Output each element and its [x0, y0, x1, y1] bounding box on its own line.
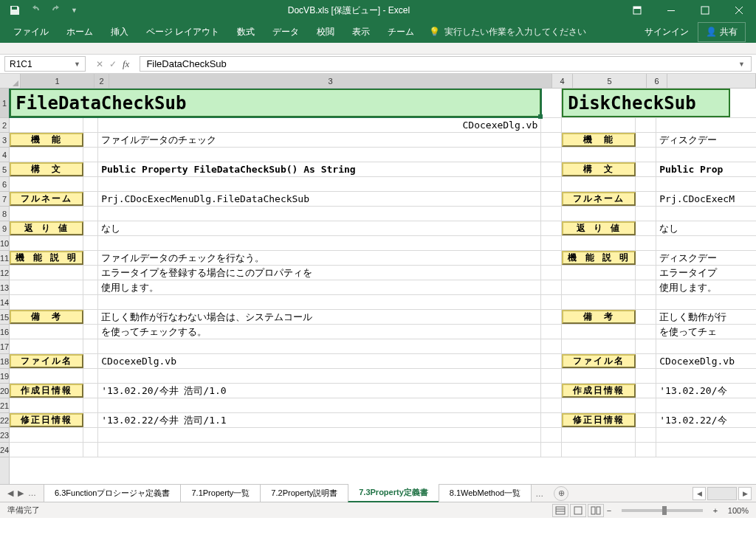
- cell[interactable]: [636, 236, 656, 250]
- cell[interactable]: [98, 177, 541, 191]
- cell[interactable]: [83, 384, 98, 398]
- tab-data[interactable]: データ: [264, 21, 308, 43]
- sheet-tab[interactable]: 6.3Functionプロシージャ定義書: [44, 485, 181, 502]
- cell[interactable]: [10, 443, 83, 457]
- cell[interactable]: [10, 295, 83, 309]
- cell[interactable]: [83, 325, 98, 339]
- cells-area[interactable]: FileDataCheckSub DiskCheckSub CDocexeDlg…: [10, 89, 756, 484]
- cell[interactable]: Public Prop: [656, 162, 756, 176]
- cell[interactable]: [636, 177, 656, 191]
- cell[interactable]: エラータイプを登録する場合にこのプロパティを: [98, 266, 541, 280]
- col-header[interactable]: 2: [94, 74, 109, 88]
- signin-link[interactable]: サインイン: [636, 26, 698, 38]
- cell[interactable]: [10, 177, 83, 191]
- cell-label[interactable]: 構 文: [562, 162, 636, 176]
- sheet-tab[interactable]: 8.1WebMethod一覧: [439, 485, 532, 502]
- cell[interactable]: '13.02.22/今井 浩司/1.1: [98, 413, 541, 427]
- cell[interactable]: 正しく動作が行なわない場合は、システムコール: [98, 310, 541, 324]
- cell[interactable]: [562, 266, 636, 280]
- col-header[interactable]: 1: [21, 74, 94, 88]
- tab-file[interactable]: ファイル: [4, 21, 58, 43]
- row-header[interactable]: 10: [0, 236, 9, 251]
- row-header[interactable]: 22: [0, 413, 9, 428]
- cell[interactable]: なし: [656, 221, 756, 235]
- cell[interactable]: [83, 413, 98, 427]
- cell[interactable]: [98, 398, 541, 412]
- cell[interactable]: [636, 192, 656, 206]
- tab-formulas[interactable]: 数式: [228, 21, 264, 43]
- cell-label[interactable]: ファイル名: [562, 354, 636, 368]
- cell[interactable]: [83, 280, 98, 294]
- save-icon[interactable]: [9, 4, 21, 16]
- cell[interactable]: [541, 295, 562, 309]
- zoom-in-button[interactable]: +: [710, 506, 721, 515]
- cell[interactable]: [636, 118, 656, 132]
- tab-view[interactable]: 表示: [343, 21, 379, 43]
- cell[interactable]: [656, 295, 756, 309]
- cell[interactable]: [83, 398, 98, 412]
- zoom-slider[interactable]: [622, 509, 703, 512]
- cell[interactable]: [98, 207, 541, 221]
- cell[interactable]: [562, 443, 636, 457]
- cancel-icon[interactable]: ✕: [96, 59, 103, 69]
- cell[interactable]: [562, 148, 636, 162]
- cell-label[interactable]: 機 能: [562, 133, 636, 147]
- cell[interactable]: [541, 118, 562, 132]
- cell[interactable]: ファイルデータのチェック: [98, 133, 541, 147]
- cell-label[interactable]: 備 考: [562, 310, 636, 324]
- tab-team[interactable]: チーム: [379, 21, 423, 43]
- cell[interactable]: [10, 325, 83, 339]
- cell[interactable]: ファイルデータのチェックを行なう。: [98, 251, 541, 265]
- cell[interactable]: [541, 266, 562, 280]
- cell-label[interactable]: 修正日情報: [10, 413, 83, 427]
- tab-home[interactable]: ホーム: [58, 21, 102, 43]
- cell[interactable]: [656, 443, 756, 457]
- cell[interactable]: を使ってチェ: [656, 325, 756, 339]
- cell[interactable]: [541, 280, 562, 294]
- qat-dropdown-icon[interactable]: ▼: [71, 7, 78, 14]
- cell-title[interactable]: DiskCheckSub: [562, 89, 730, 117]
- cell[interactable]: [10, 339, 83, 353]
- cell[interactable]: 使用します。: [656, 280, 756, 294]
- cell[interactable]: [98, 295, 541, 309]
- cell[interactable]: [656, 177, 756, 191]
- cell[interactable]: [541, 207, 562, 221]
- cell-title[interactable]: FileDataCheckSub: [10, 89, 541, 117]
- close-button[interactable]: [722, 0, 756, 21]
- cell[interactable]: CDocexeDlg.vb: [98, 118, 541, 132]
- cell[interactable]: [562, 207, 636, 221]
- tab-page-layout[interactable]: ページ レイアウト: [137, 21, 228, 43]
- cell[interactable]: [541, 89, 562, 117]
- cell-label[interactable]: フルネーム: [562, 192, 636, 206]
- cell-label[interactable]: 機 能 説 明: [10, 251, 83, 265]
- cell[interactable]: [83, 177, 98, 191]
- row-header[interactable]: 8: [0, 207, 9, 221]
- cell[interactable]: [562, 339, 636, 353]
- view-page-break-button[interactable]: [588, 504, 604, 517]
- cell[interactable]: [98, 428, 541, 442]
- scrollbar-track[interactable]: [707, 487, 737, 500]
- cell[interactable]: [656, 207, 756, 221]
- row-header[interactable]: 20: [0, 384, 9, 398]
- cell[interactable]: [83, 339, 98, 353]
- cell[interactable]: [541, 162, 562, 176]
- formula-input[interactable]: FileDataCheckSub ▼: [140, 56, 752, 72]
- row-header[interactable]: 12: [0, 266, 9, 280]
- cell[interactable]: '13.02.20/今: [656, 384, 756, 398]
- cell[interactable]: [541, 369, 562, 383]
- ribbon-display-icon[interactable]: [620, 0, 654, 21]
- cell-label[interactable]: 機 能: [10, 133, 83, 147]
- cell[interactable]: [98, 148, 541, 162]
- row-header[interactable]: 18: [0, 354, 9, 369]
- cell-label[interactable]: ファイル名: [10, 354, 83, 368]
- tell-me[interactable]: 💡 実行したい作業を入力してください: [429, 26, 586, 38]
- cell[interactable]: [636, 369, 656, 383]
- cell[interactable]: [83, 148, 98, 162]
- cell[interactable]: [10, 428, 83, 442]
- cell[interactable]: [562, 280, 636, 294]
- cell[interactable]: ディスクデー: [656, 251, 756, 265]
- cell[interactable]: [636, 295, 656, 309]
- cell[interactable]: [83, 192, 98, 206]
- cell[interactable]: [83, 443, 98, 457]
- col-header[interactable]: 3: [109, 74, 552, 88]
